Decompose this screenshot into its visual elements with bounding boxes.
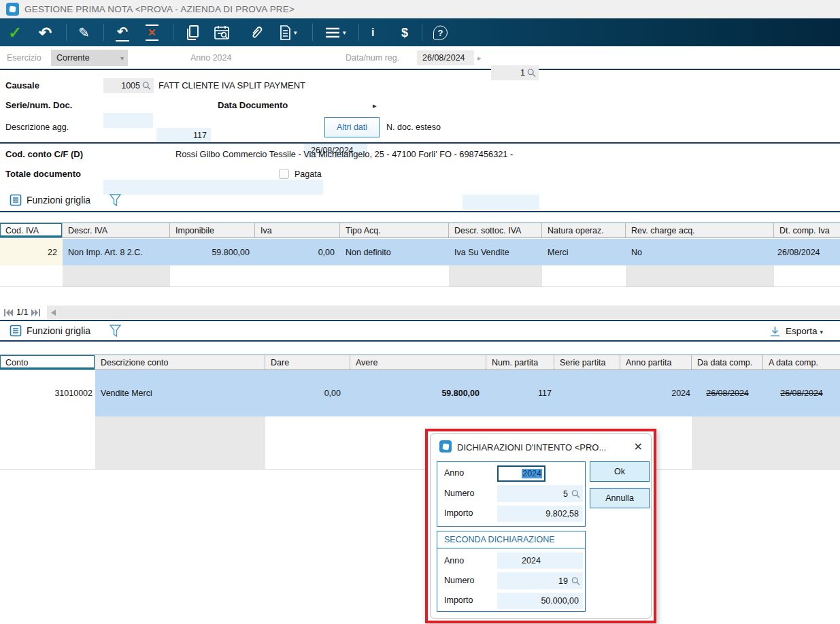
- descrizione-agg-field[interactable]: [103, 180, 323, 195]
- download-icon[interactable]: [769, 326, 781, 338]
- calendar-search-icon[interactable]: [214, 24, 231, 41]
- grid-functions-icon[interactable]: [10, 194, 22, 206]
- cell-descr-sottoc-iva[interactable]: Iva Su Vendite: [449, 239, 542, 265]
- cell-descrizione-conto[interactable]: Vendite Merci: [95, 370, 265, 416]
- cell-serie-partita[interactable]: [554, 370, 620, 416]
- copy-icon[interactable]: [185, 24, 200, 41]
- revert-row-icon[interactable]: ↶: [116, 24, 129, 42]
- col-header-imponibile[interactable]: Imponibile: [170, 223, 255, 237]
- horizontal-scrollbar[interactable]: [47, 306, 840, 319]
- col-header-iva[interactable]: Iva: [255, 223, 340, 237]
- empty-cell[interactable]: [692, 416, 763, 469]
- search-icon[interactable]: [527, 69, 536, 78]
- col-header-natura-operaz[interactable]: Natura operaz.: [542, 223, 626, 237]
- empty-cell[interactable]: [626, 265, 774, 286]
- col-header-tipo-acq[interactable]: Tipo Acq.: [340, 223, 449, 237]
- delete-row-icon[interactable]: ✕: [146, 24, 158, 41]
- first-page-icon[interactable]: [4, 309, 13, 316]
- n-doc-esteso-field[interactable]: [463, 195, 539, 210]
- empty-cell[interactable]: [542, 265, 626, 286]
- help-icon[interactable]: ?: [433, 25, 448, 39]
- col-header-num-partita[interactable]: Num. partita: [486, 355, 554, 370]
- col-header-descr-iva[interactable]: Descr. IVA: [63, 223, 170, 237]
- empty-cell[interactable]: [340, 265, 449, 286]
- last-page-icon[interactable]: [31, 309, 40, 316]
- numero-field[interactable]: 5: [497, 485, 583, 502]
- search-icon[interactable]: [571, 576, 580, 585]
- col-header-serie-partita[interactable]: Serie partita: [554, 355, 620, 370]
- empty-cell[interactable]: [0, 265, 63, 286]
- importo2-field[interactable]: 50.000,00: [497, 593, 583, 609]
- conto-grid-empty-row[interactable]: [0, 416, 840, 470]
- cell-avere[interactable]: 59.800,00: [350, 370, 486, 416]
- col-header-conto[interactable]: Conto: [0, 355, 95, 370]
- ok-button[interactable]: Ok: [590, 461, 650, 482]
- esercizio-dropdown[interactable]: Corrente ▾: [51, 50, 128, 66]
- col-header-rev-charge-acq[interactable]: Rev. charge acq.: [626, 223, 774, 237]
- cell-imponibile[interactable]: 59.800,00: [170, 239, 255, 265]
- cell-dare[interactable]: 0,00: [265, 370, 350, 416]
- funzioni-griglia-label[interactable]: Funzioni griglia: [27, 325, 90, 336]
- menu-list-icon[interactable]: ▾: [324, 26, 346, 39]
- conto-grid-row[interactable]: 31010002 Vendite Merci 0,00 59.800,00 11…: [0, 370, 840, 416]
- causale-code-field[interactable]: 1005: [103, 78, 154, 93]
- col-header-descr-sottoc-iva[interactable]: Descr. sottoc. IVA: [449, 223, 542, 237]
- empty-cell[interactable]: [774, 265, 840, 286]
- filter-funnel-icon[interactable]: [109, 193, 122, 208]
- cell-num-partita[interactable]: 117: [486, 370, 554, 416]
- undo-icon[interactable]: ↶: [39, 23, 52, 42]
- grid-functions-icon[interactable]: [10, 325, 22, 337]
- altri-dati-button[interactable]: Altri dati: [324, 117, 380, 137]
- num-reg-field[interactable]: 1: [491, 65, 539, 80]
- cell-iva[interactable]: 0,00: [255, 239, 340, 265]
- cell-conto[interactable]: 31010002: [0, 370, 95, 416]
- date-spinner-icon[interactable]: ▸: [373, 101, 377, 110]
- empty-cell[interactable]: [63, 265, 170, 286]
- col-header-a-data-comp[interactable]: A data comp.: [763, 355, 840, 370]
- currency-icon[interactable]: $: [401, 25, 408, 39]
- serie-field[interactable]: [103, 113, 153, 128]
- filter-funnel-icon[interactable]: [109, 324, 122, 338]
- document-menu-icon[interactable]: ▾: [278, 24, 297, 41]
- numero2-field[interactable]: 19: [497, 572, 583, 589]
- funzioni-griglia-label[interactable]: Funzioni griglia: [27, 195, 90, 206]
- cell-rev-charge-acq[interactable]: No: [626, 239, 774, 265]
- num-doc-field[interactable]: 117: [156, 128, 211, 143]
- empty-cell[interactable]: [255, 265, 340, 286]
- empty-cell[interactable]: [95, 416, 265, 469]
- search-icon[interactable]: [571, 489, 580, 498]
- cell-a-data-comp[interactable]: 26/08/2024: [763, 370, 840, 416]
- empty-cell[interactable]: [170, 265, 255, 286]
- empty-cell[interactable]: [763, 416, 840, 469]
- cell-natura-operaz[interactable]: Merci: [542, 239, 626, 265]
- importo-field[interactable]: 9.802,58: [497, 506, 583, 522]
- anno2-field[interactable]: 2024: [497, 553, 583, 569]
- col-header-avere[interactable]: Avere: [350, 355, 486, 370]
- col-header-cod-iva[interactable]: Cod. IVA: [0, 223, 63, 237]
- cell-da-data-comp[interactable]: 26/08/2024: [692, 370, 763, 416]
- col-header-anno-partita[interactable]: Anno partita: [620, 355, 692, 370]
- esporta-button[interactable]: Esporta▾: [786, 326, 823, 336]
- col-header-dt-comp-iva[interactable]: Dt. comp. Iva: [774, 223, 840, 237]
- cell-dt-comp-iva[interactable]: 26/08/2024: [774, 239, 840, 265]
- iva-grid-row[interactable]: 22 Non Imp. Art. 8 2.C. 59.800,00 0,00 N…: [0, 239, 840, 265]
- cell-descr-iva[interactable]: Non Imp. Art. 8 2.C.: [63, 239, 170, 265]
- data-reg-field[interactable]: 26/08/2024: [417, 50, 474, 65]
- empty-cell[interactable]: [0, 416, 95, 469]
- pagata-checkbox[interactable]: [279, 169, 289, 179]
- col-header-da-data-comp[interactable]: Da data comp.: [692, 355, 763, 370]
- empty-cell[interactable]: [265, 416, 350, 469]
- info-icon[interactable]: i: [371, 27, 374, 39]
- iva-grid-empty-row[interactable]: [0, 265, 840, 287]
- cell-tipo-acq[interactable]: Non definito: [340, 239, 449, 265]
- cell-anno-partita[interactable]: 2024: [620, 370, 692, 416]
- empty-cell[interactable]: [449, 265, 542, 286]
- edit-icon[interactable]: ✎: [78, 24, 90, 41]
- cell-cod-iva[interactable]: 22: [0, 239, 63, 265]
- attachment-icon[interactable]: [249, 24, 264, 41]
- search-icon[interactable]: [142, 82, 151, 91]
- col-header-dare[interactable]: Dare: [265, 355, 350, 370]
- date-spinner-icon[interactable]: ▸: [477, 54, 482, 63]
- anno-input[interactable]: 2024: [497, 465, 545, 482]
- annulla-button[interactable]: Annulla: [590, 488, 650, 508]
